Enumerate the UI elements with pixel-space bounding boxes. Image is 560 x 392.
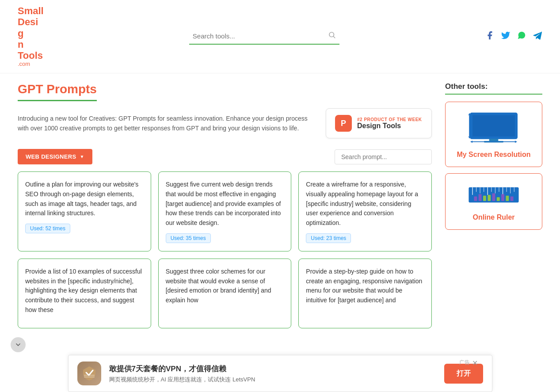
prompt-search-input[interactable] — [335, 149, 432, 164]
used-badge-2: Used: 35 times — [166, 233, 211, 243]
online-ruler-illustration — [452, 182, 536, 208]
prompt-text-2: Suggest five current web design trends t… — [166, 180, 284, 228]
intro-text: Introducing a new tool for Creatives: GP… — [18, 114, 315, 133]
prompt-text-4: Provide a list of 10 examples of success… — [25, 267, 144, 315]
svg-rect-25 — [474, 197, 477, 201]
search-icon — [328, 31, 336, 39]
twitter-icon[interactable] — [501, 30, 510, 42]
content-area: GPT Prompts Introducing a new tool for C… — [18, 82, 432, 328]
tool-name-screen-resolution: My Screen Resolution — [452, 151, 536, 159]
svg-rect-29 — [492, 194, 495, 201]
svg-rect-27 — [483, 196, 486, 201]
social-icons — [485, 30, 542, 42]
screen-resolution-svg — [467, 110, 520, 145]
prompt-card-1[interactable]: Outline a plan for improving our website… — [18, 171, 151, 251]
svg-rect-28 — [488, 195, 491, 201]
screen-resolution-illustration — [452, 110, 536, 145]
svg-rect-3 — [472, 115, 515, 137]
prompt-text-1: Outline a plan for improving our website… — [25, 180, 144, 218]
product-hunt-name: Design Tools — [357, 122, 422, 130]
product-hunt-info: #2 PRODUCT OF THE WEEK Design Tools — [357, 117, 422, 130]
used-badge-3: Used: 23 times — [306, 233, 351, 243]
svg-rect-30 — [497, 198, 500, 202]
whatsapp-icon[interactable] — [517, 30, 526, 42]
search-bar-container — [189, 28, 339, 45]
main-content: GPT Prompts Introducing a new tool for C… — [0, 82, 560, 328]
prompt-text-6: Provide a step-by-step guide on how to c… — [306, 267, 424, 305]
tool-card-online-ruler[interactable]: Online Ruler — [445, 173, 542, 230]
category-label: WEB DESIGNERS — [26, 153, 76, 160]
svg-rect-31 — [501, 194, 504, 201]
intro-row: Introducing a new tool for Creatives: GP… — [18, 108, 432, 138]
prompt-card-5[interactable]: Suggest three color schemes for our webs… — [158, 259, 292, 328]
svg-rect-33 — [510, 197, 514, 201]
prompts-grid: Outline a plan for improving our website… — [18, 171, 432, 328]
product-hunt-label: #2 PRODUCT OF THE WEEK — [357, 117, 422, 122]
tool-name-online-ruler: Online Ruler — [452, 213, 536, 221]
prompt-card-6[interactable]: Provide a step-by-step guide on how to c… — [298, 259, 432, 328]
chevron-down-icon: ▼ — [80, 154, 84, 159]
svg-rect-32 — [506, 196, 509, 201]
sidebar: Other tools: — [445, 82, 542, 328]
svg-marker-7 — [515, 141, 517, 143]
toolbar-row: WEB DESIGNERS ▼ — [18, 149, 432, 164]
prompt-card-4[interactable]: Provide a list of 10 examples of success… — [18, 259, 151, 328]
online-ruler-svg — [467, 182, 520, 208]
svg-line-1 — [333, 37, 335, 38]
tool-card-screen-resolution[interactable]: My Screen Resolution — [445, 102, 542, 167]
facebook-icon[interactable] — [485, 30, 495, 42]
prompt-text-3: Create a wireframe for a responsive, vis… — [306, 180, 424, 228]
prompt-card-2[interactable]: Suggest five current web design trends t… — [158, 171, 292, 251]
telegram-icon[interactable] — [533, 30, 542, 42]
product-hunt-badge[interactable]: P #2 PRODUCT OF THE WEEK Design Tools — [326, 108, 432, 138]
used-badge-1: Used: 52 times — [25, 224, 70, 233]
search-input[interactable] — [193, 32, 328, 40]
prompt-text-5: Suggest three color schemes for our webs… — [166, 267, 284, 305]
logo-text: SmallDesignTools.com — [18, 5, 44, 68]
logo[interactable]: SmallDesignTools.com — [18, 5, 44, 68]
svg-rect-26 — [479, 194, 482, 201]
search-button[interactable] — [328, 31, 336, 41]
page-title: GPT Prompts — [18, 82, 97, 101]
product-hunt-icon: P — [335, 115, 352, 132]
other-tools-title: Other tools: — [445, 82, 542, 95]
header: SmallDesignTools.com — [0, 0, 560, 73]
svg-marker-8 — [470, 141, 472, 143]
prompt-card-3[interactable]: Create a wireframe for a responsive, vis… — [298, 171, 432, 251]
category-dropdown[interactable]: WEB DESIGNERS ▼ — [18, 149, 92, 164]
